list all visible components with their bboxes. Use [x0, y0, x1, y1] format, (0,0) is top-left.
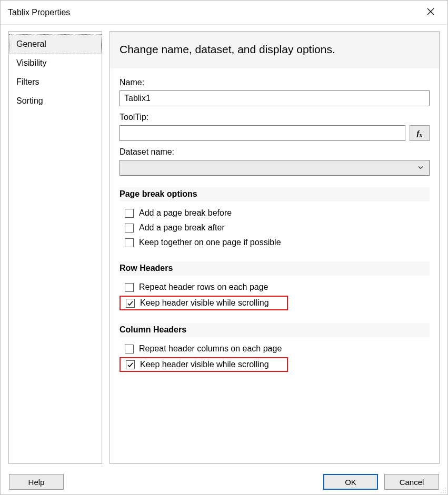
- highlight-annotation: Keep header visible while scrolling: [120, 357, 430, 372]
- window-title: Tablix Properties: [8, 8, 420, 17]
- page-header: Change name, dataset, and display option…: [110, 32, 439, 68]
- checkbox-icon: [125, 345, 134, 353]
- checkbox-label: Keep header visible while scrolling: [140, 298, 269, 308]
- checkbox-label: Repeat header rows on each page: [139, 282, 268, 292]
- section-title: Row Headers: [120, 261, 430, 276]
- sidebar-item-general[interactable]: General: [9, 34, 102, 54]
- chevron-down-icon: [417, 164, 424, 173]
- button-label: Cancel: [400, 478, 424, 487]
- checkbox-row[interactable]: Add a page break after: [120, 220, 430, 235]
- section-title: Page break options: [120, 187, 430, 201]
- sidebar-item-label: Sorting: [16, 96, 43, 105]
- section-row-headers: Row Headers Repeat header rows on each p…: [120, 261, 430, 311]
- section-title: Column Headers: [120, 323, 430, 337]
- section-column-headers: Column Headers Repeat header columns on …: [120, 323, 430, 373]
- tooltip-label: ToolTip:: [120, 113, 430, 122]
- cancel-button[interactable]: Cancel: [384, 474, 439, 490]
- main-panel: Change name, dataset, and display option…: [109, 31, 440, 464]
- checkbox-label: Add a page break before: [139, 208, 232, 218]
- highlight-annotation: Keep header visible while scrolling: [120, 296, 430, 310]
- sidebar-item-visibility[interactable]: Visibility: [9, 54, 102, 73]
- checkbox-icon: [125, 224, 134, 233]
- help-button[interactable]: Help: [9, 474, 64, 490]
- checkbox-label: Keep header visible while scrolling: [140, 360, 269, 369]
- button-label: Help: [28, 478, 45, 487]
- titlebar: Tablix Properties: [1, 1, 447, 25]
- checkbox-icon: [125, 209, 134, 218]
- dialog-body: General Visibility Filters Sorting Chang…: [1, 25, 447, 469]
- checkbox-row[interactable]: Keep header visible while scrolling: [120, 357, 288, 372]
- checkbox-row[interactable]: Repeat header columns on each page: [120, 341, 430, 356]
- checkbox-label: Repeat header columns on each page: [139, 344, 282, 353]
- tooltip-row: fx: [120, 125, 430, 141]
- checkbox-row[interactable]: Repeat header rows on each page: [120, 280, 430, 295]
- sidebar-item-label: General: [16, 39, 46, 48]
- checkbox-row[interactable]: Add a page break before: [120, 206, 430, 220]
- section-page-break: Page break options Add a page break befo…: [120, 187, 430, 250]
- checkbox-icon: [125, 283, 134, 292]
- checkbox-label: Keep together on one page if possible: [139, 238, 281, 247]
- button-bar: Help OK Cancel: [1, 469, 447, 494]
- tooltip-input[interactable]: [120, 125, 405, 141]
- dataset-label: Dataset name:: [120, 147, 430, 157]
- name-input[interactable]: [120, 90, 430, 106]
- ok-button[interactable]: OK: [323, 474, 378, 490]
- expression-button[interactable]: fx: [410, 125, 430, 141]
- close-icon: [427, 8, 434, 17]
- sidebar-item-label: Visibility: [16, 58, 47, 67]
- checkbox-row[interactable]: Keep together on one page if possible: [120, 235, 430, 250]
- checkbox-icon: [125, 238, 134, 247]
- page-header-text: Change name, dataset, and display option…: [120, 43, 335, 55]
- sidebar: General Visibility Filters Sorting: [8, 31, 102, 464]
- fx-icon: fx: [417, 129, 423, 138]
- checkbox-icon: [126, 299, 135, 308]
- form-area: Name: ToolTip: fx Dataset name:: [110, 68, 439, 378]
- sidebar-item-sorting[interactable]: Sorting: [9, 92, 102, 110]
- dialog-window: Tablix Properties General Visibility Fil…: [0, 0, 448, 495]
- sidebar-item-filters[interactable]: Filters: [9, 73, 102, 92]
- close-button[interactable]: [420, 2, 441, 23]
- checkbox-icon: [126, 360, 135, 369]
- button-label: OK: [345, 478, 356, 487]
- name-label: Name:: [120, 78, 430, 87]
- checkbox-row[interactable]: Keep header visible while scrolling: [120, 296, 288, 310]
- checkbox-label: Add a page break after: [139, 223, 225, 233]
- sidebar-item-label: Filters: [16, 77, 39, 86]
- dataset-dropdown[interactable]: [120, 160, 430, 176]
